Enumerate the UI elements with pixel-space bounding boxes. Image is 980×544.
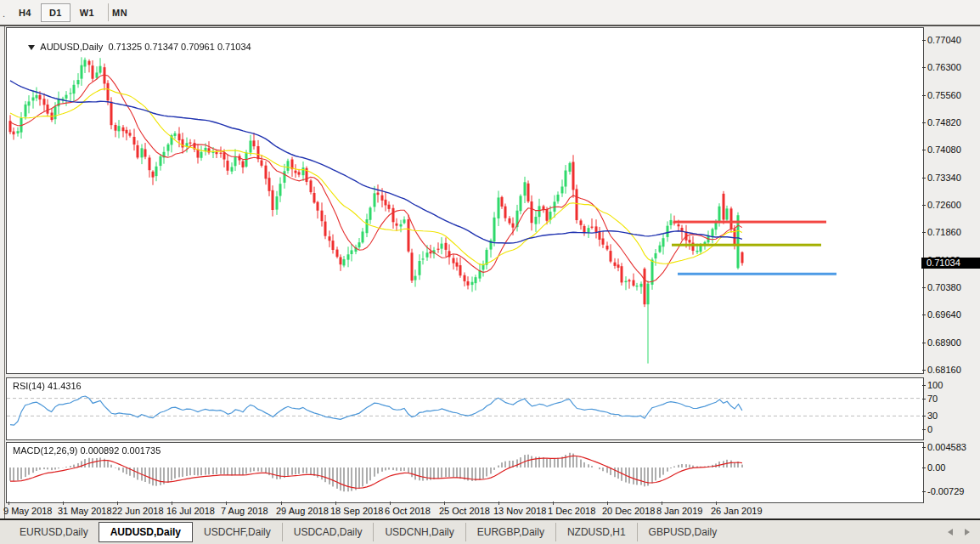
chart-tab-audusd[interactable]: AUDUSD,Daily <box>99 522 193 542</box>
timeframe-toolbar: . H4D1W1MN <box>0 0 980 25</box>
price-scale-label: 0.73340 <box>927 173 961 183</box>
date-label: 25 Oct 2018 <box>439 506 490 516</box>
price-scale-label-tick <box>922 67 926 68</box>
tab-scroll-right-icon[interactable] <box>965 529 970 536</box>
price-scale-label: 0.71860 <box>927 227 961 237</box>
chart-tab-usdchf[interactable]: USDCHF,Daily <box>193 523 282 541</box>
date-label: 29 Aug 2018 <box>276 506 329 516</box>
price-scale-label: 0.74820 <box>927 117 961 128</box>
price-scale-label: 0.77040 <box>927 35 961 45</box>
date-tick <box>226 502 227 505</box>
date-label: 9 May 2018 <box>3 506 52 516</box>
chart-tab-gbpusd[interactable]: GBPUSD,Daily <box>637 523 729 541</box>
rsi-scale-label-tick <box>922 429 926 430</box>
date-tick <box>335 502 336 505</box>
toolbar-partial-button[interactable]: . <box>3 8 5 19</box>
chart-title-symbol: AUDUSD,Daily <box>40 42 103 52</box>
price-scale-label-tick <box>922 343 926 343</box>
rsi-canvas[interactable] <box>7 378 921 438</box>
macd-scale-label: 0.004583 <box>927 442 966 452</box>
date-tick <box>498 502 499 505</box>
price-scale-label-tick <box>922 370 926 371</box>
chart-tabs: EURUSD,DailyAUDUSD,DailyUSDCHF,DailyUSDC… <box>8 520 728 544</box>
date-label: 1 Dec 2018 <box>548 506 595 516</box>
symbol-dropdown-icon[interactable] <box>28 45 35 50</box>
price-scale-label: 0.74080 <box>927 144 961 155</box>
price-scale-label-tick <box>922 122 926 123</box>
price-scale-label: 0.72600 <box>927 200 961 210</box>
date-tick <box>281 502 282 505</box>
macd-label: MACD(12,26,9) 0.000892 0.001735 <box>13 445 161 456</box>
price-scale-label-tick <box>922 232 926 233</box>
date-tick <box>662 502 662 505</box>
rsi-scale-label: 100 <box>927 380 943 390</box>
rsi-label: RSI(14) 41.4316 <box>13 381 82 391</box>
timeframe-button-d1[interactable]: D1 <box>41 3 70 22</box>
main-chart-panel: AUDUSD,Daily 0.71325 0.71347 0.70961 0.7… <box>6 27 924 374</box>
price-scale-label: 0.69640 <box>927 309 961 320</box>
tab-scroll-left-icon[interactable] <box>948 529 953 536</box>
macd-panel: MACD(12,26,9) 0.000892 0.001735 <box>6 442 924 503</box>
timeframe-buttons: H4D1W1MN <box>10 3 137 23</box>
date-label: 16 Jul 2018 <box>166 506 215 516</box>
date-tick <box>716 502 717 505</box>
price-scale-label: 0.70380 <box>927 282 961 292</box>
timeframe-button-w1[interactable]: W1 <box>71 3 103 22</box>
date-label: 6 Oct 2018 <box>385 506 431 516</box>
rsi-scale-label: 0 <box>927 424 932 434</box>
date-label: 13 Nov 2018 <box>493 506 546 516</box>
chart-tab-usdcad[interactable]: USDCAD,Daily <box>282 523 374 541</box>
rsi-scale-label: 70 <box>927 394 938 404</box>
price-scale-label-tick <box>922 314 926 315</box>
chart-tab-nzdusd[interactable]: NZDUSD,H1 <box>555 523 637 541</box>
rsi-scale-label-tick <box>922 399 926 400</box>
macd-scale-label-tick <box>922 491 926 492</box>
date-tick <box>117 502 118 505</box>
chart-tab-eurgbp[interactable]: EURGBP,Daily <box>465 523 555 541</box>
macd-scale-label-tick <box>922 447 926 448</box>
toolbar-separator <box>108 3 109 21</box>
date-tick <box>172 502 172 505</box>
price-scale-label-tick <box>922 178 926 178</box>
rsi-scale-label-tick <box>922 385 926 386</box>
date-tick <box>444 502 445 505</box>
mt4-window: . H4D1W1MN AUDUSD,Daily 0.71325 0.71347 … <box>0 0 980 544</box>
rsi-panel: RSI(14) 41.4316 <box>6 377 924 440</box>
date-label: 22 Jun 2018 <box>112 506 164 516</box>
price-scale-label: 0.76300 <box>927 62 961 72</box>
macd-scale-label: -0.00729 <box>927 486 964 496</box>
date-tick <box>553 502 554 505</box>
price-scale-label-tick <box>922 95 926 96</box>
date-label: 26 Jan 2019 <box>711 506 763 516</box>
price-scale-label-tick <box>922 150 926 150</box>
chart-frame-top <box>0 25 980 26</box>
price-scale-label-tick <box>922 40 926 41</box>
rsi-scale-label: 30 <box>927 411 938 421</box>
date-tick <box>8 502 9 505</box>
date-tick <box>607 502 608 505</box>
date-label: 20 Dec 2018 <box>602 506 655 516</box>
chart-tab-usdcnh[interactable]: USDCNH,Daily <box>373 523 465 541</box>
chart-title: AUDUSD,Daily 0.71325 0.71347 0.70961 0.7… <box>13 31 251 62</box>
date-label: 7 Aug 2018 <box>221 506 268 516</box>
timeframe-button-h4[interactable]: H4 <box>10 3 40 22</box>
macd-scale-label: 0.00 <box>927 462 945 473</box>
chart-tabbar: EURUSD,DailyAUDUSD,DailyUSDCHF,DailyUSDC… <box>0 518 980 544</box>
date-label: 8 Jan 2019 <box>656 506 702 516</box>
date-tick <box>390 502 391 505</box>
date-label: 18 Sep 2018 <box>330 506 383 516</box>
date-tick <box>63 502 64 505</box>
price-scale-label: 0.68900 <box>927 337 961 348</box>
chart-frame-left <box>4 26 5 518</box>
date-label: 31 May 2018 <box>58 506 112 516</box>
price-scale-label-tick <box>922 205 926 206</box>
price-scale-label: 0.68160 <box>927 365 961 375</box>
main-chart-canvas[interactable] <box>7 28 921 371</box>
last-price-box: 0.71034 <box>921 258 980 269</box>
price-scale-label-tick <box>922 287 926 288</box>
price-scale-label: 0.75560 <box>927 90 961 100</box>
chart-tab-eurusd[interactable]: EURUSD,Daily <box>8 523 99 541</box>
chart-title-ohlc: 0.71325 0.71347 0.70961 0.71034 <box>108 42 251 52</box>
rsi-scale-label-tick <box>922 416 926 416</box>
macd-scale-label-tick <box>922 468 926 468</box>
